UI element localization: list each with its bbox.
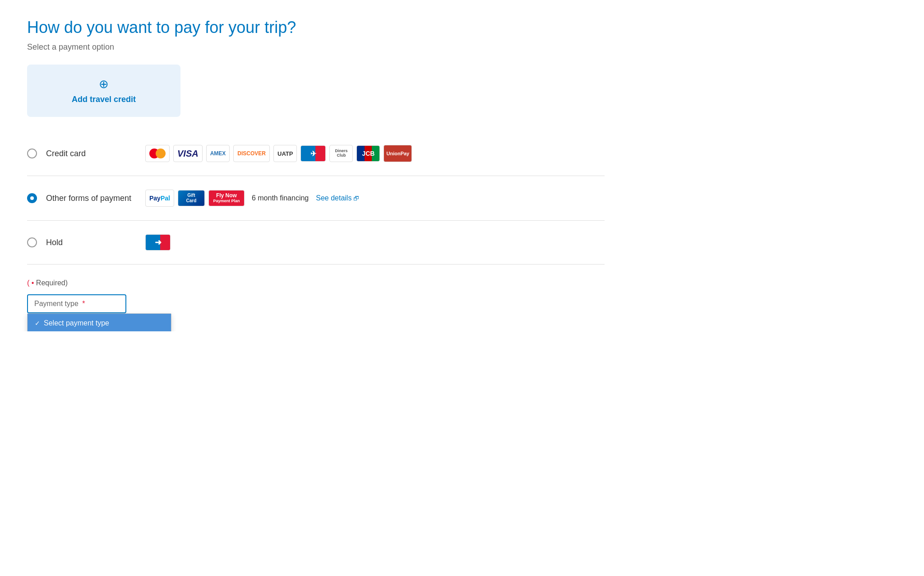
hold-label: Hold [46,238,136,247]
external-link-icon: 🗗 [353,195,359,202]
unionpay-logo: UnionPay [383,145,412,162]
plus-circle-icon: ⊕ [99,77,109,91]
payment-type-label: Payment type [34,300,79,307]
mastercard-logo [145,145,170,162]
gift-card-logo: GiftCard [178,190,205,206]
credit-card-radio[interactable] [27,149,37,158]
amex-logo: AMEX [206,145,230,162]
other-forms-label: Other forms of payment [46,194,136,203]
visa-logo: VISA [173,145,203,162]
uatp-logo: UATP [273,145,297,162]
dropdown-item-select[interactable]: ✓ Select payment type [28,314,171,331]
see-details-link[interactable]: See details 🗗 [316,194,359,202]
discover-logo: DISCOVER [233,145,270,162]
aa-hold-logo: ➜ [145,234,171,251]
jcb-logo: JCB [356,145,380,162]
credit-card-option: Credit card VISA AMEX DISCOVER [27,131,605,176]
other-forms-option: Other forms of payment PayPal GiftCard F… [27,176,605,221]
hold-option: Hold ➜ [27,221,605,265]
other-forms-logos: PayPal GiftCard Fly Now Payment Plan 6 m… [145,190,359,207]
flynow-logo: Fly Now Payment Plan [208,190,245,206]
page-subtitle: Select a payment option [27,42,605,52]
financing-text: 6 month financing [252,194,309,202]
payment-options-section: Credit card VISA AMEX DISCOVER [27,131,605,265]
hold-logos: ➜ [145,234,171,251]
add-travel-credit-label: Add travel credit [72,95,136,104]
required-text: ( • Required) [27,279,605,287]
credit-card-label: Credit card [46,149,136,158]
other-forms-radio[interactable] [27,193,37,203]
required-asterisk: * [82,300,85,307]
payment-type-input[interactable]: Payment type * [27,294,126,313]
paypal-logo: PayPal [145,190,174,207]
page-title: How do you want to pay for your trip? [27,18,605,37]
hold-radio[interactable] [27,237,37,247]
checkmark-icon: ✓ [35,320,40,327]
payment-type-dropdown-container[interactable]: Payment type * ✓ Select payment type AA … [27,294,126,313]
aa-card-logo: ✈ [300,145,326,162]
required-dot: ( • [27,279,34,287]
dropdown-item-select-label: Select payment type [44,319,109,327]
add-travel-credit-button[interactable]: ⊕ Add travel credit [27,65,180,117]
payment-type-dropdown-menu: ✓ Select payment type AA Fly Now Payment… [27,313,171,331]
diners-club-logo: DinersClub [329,145,353,162]
credit-card-logos: VISA AMEX DISCOVER UATP ✈ DinersClu [145,145,412,162]
